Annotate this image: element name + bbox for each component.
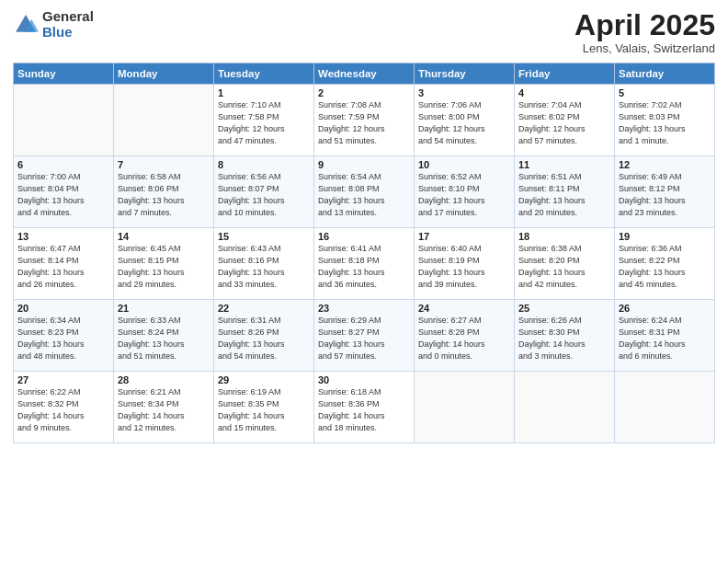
day-info: Sunrise: 6:58 AM Sunset: 8:06 PM Dayligh… [118,171,210,219]
day-number: 1 [218,87,310,98]
day-info: Sunrise: 6:31 AM Sunset: 8:26 PM Dayligh… [218,315,310,362]
day-number: 10 [418,159,510,170]
table-row: 25Sunrise: 6:26 AM Sunset: 8:30 PM Dayli… [515,300,615,372]
day-number: 26 [619,303,711,314]
title-location: Lens, Valais, Switzerland [574,41,715,55]
day-info: Sunrise: 6:24 AM Sunset: 8:31 PM Dayligh… [619,315,711,362]
table-row: 24Sunrise: 6:27 AM Sunset: 8:28 PM Dayli… [415,300,515,372]
day-info: Sunrise: 6:52 AM Sunset: 8:10 PM Dayligh… [418,171,510,219]
day-number: 12 [619,159,711,170]
table-row: 19Sunrise: 6:36 AM Sunset: 8:22 PM Dayli… [615,228,715,300]
table-row: 16Sunrise: 6:41 AM Sunset: 8:18 PM Dayli… [314,228,415,300]
day-number: 4 [518,87,610,98]
day-number: 21 [118,303,210,314]
day-info: Sunrise: 6:27 AM Sunset: 8:28 PM Dayligh… [418,315,510,362]
table-row: 9Sunrise: 6:54 AM Sunset: 8:08 PM Daylig… [314,156,415,228]
day-info: Sunrise: 6:29 AM Sunset: 8:27 PM Dayligh… [318,315,410,362]
table-row: 12Sunrise: 6:49 AM Sunset: 8:12 PM Dayli… [615,156,715,228]
table-row: 29Sunrise: 6:19 AM Sunset: 8:35 PM Dayli… [214,372,314,443]
day-number: 19 [619,231,711,242]
day-number: 30 [318,374,410,385]
weekday-header: Thursday [415,63,515,85]
day-number: 16 [318,231,410,242]
day-info: Sunrise: 6:33 AM Sunset: 8:24 PM Dayligh… [118,315,210,362]
day-number: 8 [218,159,310,170]
calendar-week-row: 27Sunrise: 6:22 AM Sunset: 8:32 PM Dayli… [14,372,715,443]
table-row: 11Sunrise: 6:51 AM Sunset: 8:11 PM Dayli… [515,156,615,228]
day-number: 27 [17,374,109,385]
day-info: Sunrise: 6:21 AM Sunset: 8:34 PM Dayligh… [118,386,210,434]
logo-text: General Blue [42,9,94,40]
table-row: 5Sunrise: 7:02 AM Sunset: 8:03 PM Daylig… [615,85,715,156]
calendar-week-row: 1Sunrise: 7:10 AM Sunset: 7:58 PM Daylig… [14,85,715,156]
day-number: 6 [17,159,109,170]
table-row: 8Sunrise: 6:56 AM Sunset: 8:07 PM Daylig… [214,156,314,228]
header-row: SundayMondayTuesdayWednesdayThursdayFrid… [14,63,715,85]
page-header: General Blue April 2025 Lens, Valais, Sw… [13,9,715,55]
day-number: 28 [118,374,210,385]
logo-blue: Blue [42,25,94,40]
day-info: Sunrise: 6:41 AM Sunset: 8:18 PM Dayligh… [318,243,410,291]
day-number: 2 [318,87,410,98]
table-row: 28Sunrise: 6:21 AM Sunset: 8:34 PM Dayli… [114,372,214,443]
weekday-header: Tuesday [214,63,314,85]
day-number: 7 [118,159,210,170]
day-number: 15 [218,231,310,242]
table-row: 15Sunrise: 6:43 AM Sunset: 8:16 PM Dayli… [214,228,314,300]
weekday-header: Wednesday [314,63,415,85]
day-info: Sunrise: 6:45 AM Sunset: 8:15 PM Dayligh… [118,243,210,291]
logo-icon [13,12,39,38]
table-row: 3Sunrise: 7:06 AM Sunset: 8:00 PM Daylig… [415,85,515,156]
weekday-header: Saturday [615,63,715,85]
calendar-week-row: 6Sunrise: 7:00 AM Sunset: 8:04 PM Daylig… [14,156,715,228]
title-block: April 2025 Lens, Valais, Switzerland [574,9,715,55]
day-number: 11 [518,159,610,170]
day-info: Sunrise: 6:49 AM Sunset: 8:12 PM Dayligh… [619,171,711,219]
day-number: 25 [518,303,610,314]
day-info: Sunrise: 6:36 AM Sunset: 8:22 PM Dayligh… [619,243,711,291]
day-info: Sunrise: 7:08 AM Sunset: 7:59 PM Dayligh… [318,99,410,147]
day-info: Sunrise: 6:43 AM Sunset: 8:16 PM Dayligh… [218,243,310,291]
calendar-week-row: 13Sunrise: 6:47 AM Sunset: 8:14 PM Dayli… [14,228,715,300]
table-row: 23Sunrise: 6:29 AM Sunset: 8:27 PM Dayli… [314,300,415,372]
weekday-header: Friday [515,63,615,85]
day-number: 29 [218,374,310,385]
day-info: Sunrise: 7:00 AM Sunset: 8:04 PM Dayligh… [17,171,109,219]
calendar-week-row: 20Sunrise: 6:34 AM Sunset: 8:23 PM Dayli… [14,300,715,372]
day-info: Sunrise: 7:06 AM Sunset: 8:00 PM Dayligh… [418,99,510,147]
table-row [515,372,615,443]
table-row: 30Sunrise: 6:18 AM Sunset: 8:36 PM Dayli… [314,372,415,443]
calendar-table: SundayMondayTuesdayWednesdayThursdayFrid… [13,63,715,443]
day-number: 22 [218,303,310,314]
table-row: 17Sunrise: 6:40 AM Sunset: 8:19 PM Dayli… [415,228,515,300]
day-info: Sunrise: 6:38 AM Sunset: 8:20 PM Dayligh… [518,243,610,291]
logo: General Blue [13,9,94,40]
day-number: 3 [418,87,510,98]
page-container: General Blue April 2025 Lens, Valais, Sw… [0,0,728,453]
table-row [14,85,114,156]
table-row: 14Sunrise: 6:45 AM Sunset: 8:15 PM Dayli… [114,228,214,300]
logo-general: General [42,9,94,25]
day-info: Sunrise: 6:18 AM Sunset: 8:36 PM Dayligh… [318,386,410,434]
weekday-header: Monday [114,63,214,85]
day-info: Sunrise: 6:51 AM Sunset: 8:11 PM Dayligh… [518,171,610,219]
day-number: 9 [318,159,410,170]
day-number: 24 [418,303,510,314]
day-number: 23 [318,303,410,314]
day-number: 18 [518,231,610,242]
day-info: Sunrise: 6:22 AM Sunset: 8:32 PM Dayligh… [17,386,109,434]
day-info: Sunrise: 7:04 AM Sunset: 8:02 PM Dayligh… [518,99,610,147]
table-row: 20Sunrise: 6:34 AM Sunset: 8:23 PM Dayli… [14,300,114,372]
day-number: 13 [17,231,109,242]
day-number: 5 [619,87,711,98]
table-row: 4Sunrise: 7:04 AM Sunset: 8:02 PM Daylig… [515,85,615,156]
day-info: Sunrise: 6:40 AM Sunset: 8:19 PM Dayligh… [418,243,510,291]
table-row: 1Sunrise: 7:10 AM Sunset: 7:58 PM Daylig… [214,85,314,156]
day-number: 20 [17,303,109,314]
table-row: 2Sunrise: 7:08 AM Sunset: 7:59 PM Daylig… [314,85,415,156]
table-row: 10Sunrise: 6:52 AM Sunset: 8:10 PM Dayli… [415,156,515,228]
day-info: Sunrise: 6:19 AM Sunset: 8:35 PM Dayligh… [218,386,310,434]
table-row: 27Sunrise: 6:22 AM Sunset: 8:32 PM Dayli… [14,372,114,443]
day-info: Sunrise: 6:34 AM Sunset: 8:23 PM Dayligh… [17,315,109,362]
table-row: 22Sunrise: 6:31 AM Sunset: 8:26 PM Dayli… [214,300,314,372]
